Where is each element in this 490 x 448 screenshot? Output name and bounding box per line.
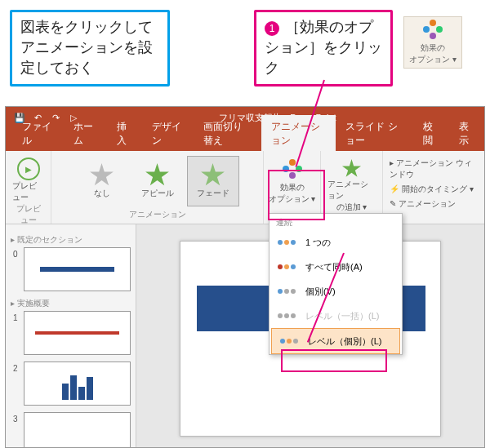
star-plus-icon — [342, 159, 362, 179]
one-object-icon — [276, 235, 297, 250]
dropdown-one-object-label: 1 つの — [305, 237, 331, 249]
preview-group-label: プレビュー — [12, 203, 44, 226]
tab-design[interactable]: デザイン — [142, 115, 194, 151]
anim-fade-label: フェード — [197, 188, 229, 199]
tab-transition[interactable]: 画面切り替え — [194, 115, 261, 151]
star-icon — [201, 163, 225, 188]
tab-insert[interactable]: 挿入 — [107, 115, 142, 151]
ribbon-tabs: ファイル ホーム 挿入 デザイン 画面切り替え アニメーション スライド ショー… — [6, 128, 484, 151]
anim-none[interactable]: なし — [76, 156, 128, 206]
anim-none-label: なし — [94, 188, 110, 199]
highlight-effect-options — [268, 170, 325, 220]
anim-fade[interactable]: フェード — [187, 156, 239, 206]
tab-home[interactable]: ホーム — [64, 115, 107, 151]
dropdown-one-object[interactable]: 1 つの — [270, 230, 402, 255]
slide-thumbnail-panel: ▸ 既定のセクション ▸ 実施概要 — [6, 224, 136, 447]
tab-file[interactable]: ファイル — [12, 115, 64, 151]
dropdown-individual[interactable]: 個別(V) — [270, 279, 402, 304]
star-icon — [145, 163, 170, 188]
add-animation-button[interactable]: アニメーション の追加 ▾ — [327, 154, 376, 213]
tab-animation[interactable]: アニメーション — [261, 115, 336, 151]
slide-thumb-3[interactable] — [24, 412, 131, 447]
add-animation-label-1: アニメーション — [327, 179, 376, 202]
effect-options-icon — [423, 20, 443, 39]
effect-options-ribbon-button-large[interactable]: 効果の オプション ▾ — [403, 16, 462, 69]
editor-body: ▸ 既定のセクション ▸ 実施概要 4.実行委員会 実行委員長 長嶋修一 副委員… — [6, 224, 484, 447]
slide-thumb-1[interactable] — [24, 311, 131, 355]
star-icon — [90, 163, 114, 188]
dropdown-level-batch: レベル（一括）(L) — [270, 304, 402, 328]
preview-icon: ▶ — [17, 157, 40, 180]
ribbon-group-preview: ▶ プレビュー プレビュー — [6, 151, 51, 224]
dropdown-level-individual-label: レベル（個別）(L) — [308, 335, 381, 348]
level-individual-icon — [278, 334, 300, 348]
tab-view[interactable]: 表示 — [449, 115, 484, 151]
step-1-number: 1 — [265, 21, 279, 36]
effect-options-label-2: オプション ▾ — [409, 54, 457, 65]
effect-options-dropdown: 連続 1 つの すべて同時(A) 個別(V) レベル（一括）(L) レベル（個別… — [269, 213, 403, 355]
step-1-text: ［効果のオプション］をクリック — [265, 19, 382, 76]
dropdown-all-at-once[interactable]: すべて同時(A) — [270, 255, 402, 279]
tab-review[interactable]: 校閲 — [413, 115, 448, 151]
level-batch-icon — [276, 308, 297, 323]
effect-options-label-1: 効果の — [421, 42, 445, 54]
tab-slideshow[interactable]: スライド ショー — [336, 115, 413, 151]
section-overview[interactable]: ▸ 実施概要 — [11, 298, 131, 309]
animation-painter-button[interactable]: ✎ アニメーション — [390, 197, 478, 211]
highlight-level-individual — [281, 349, 387, 372]
all-at-once-icon — [276, 259, 297, 274]
powerpoint-window: 💾 ↶ ↷ ▷ フリマ収支報告 - PowerPoint ファイル ホーム 挿入… — [5, 106, 485, 448]
slide-thumb-0[interactable] — [24, 247, 131, 291]
individual-icon — [276, 284, 297, 299]
preview-button[interactable]: ▶ プレビュー — [12, 154, 44, 203]
ribbon: ▶ プレビュー プレビュー なし アピール フェード アニメー — [6, 151, 484, 224]
anim-appear[interactable]: アピール — [131, 156, 184, 206]
animation-group-label: アニメーション — [129, 209, 186, 220]
preview-label: プレビュー — [12, 180, 44, 203]
animation-pane-button[interactable]: ▸ アニメーション ウィンドウ — [390, 156, 478, 182]
trigger-button[interactable]: ⚡ 開始のタイミング ▾ — [390, 182, 478, 197]
slide-thumb-2[interactable] — [24, 362, 131, 406]
add-animation-label-2: の追加 ▾ — [336, 202, 368, 213]
dropdown-all-at-once-label: すべて同時(A) — [305, 261, 363, 273]
instruction-preset-animation: 図表をクリックしてアニメーションを設定しておく — [10, 10, 170, 86]
anim-appear-label: アピール — [141, 188, 174, 199]
section-default[interactable]: ▸ 既定のセクション — [11, 234, 131, 246]
ribbon-group-animation: なし アピール フェード アニメーション — [51, 151, 264, 224]
step-1-callout: 1 ［効果のオプション］をクリック — [254, 10, 393, 86]
